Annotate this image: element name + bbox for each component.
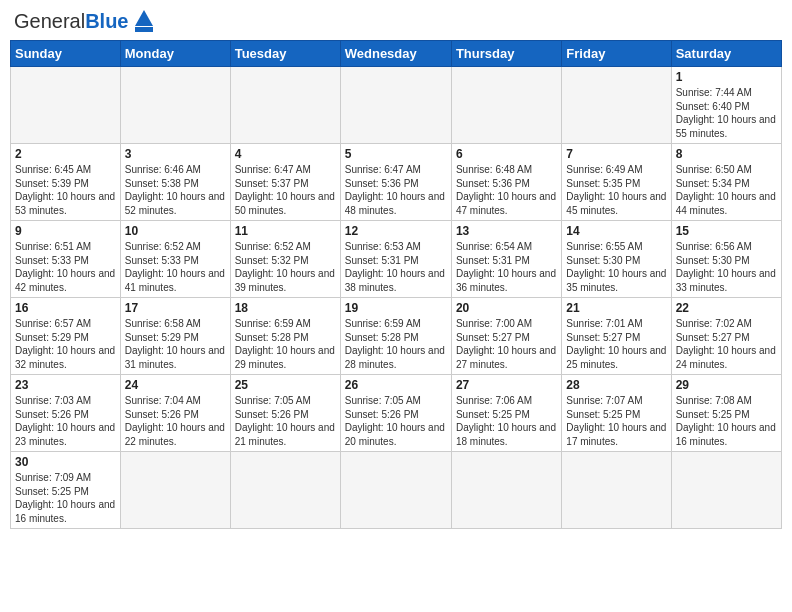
- calendar-day-cell: [11, 67, 121, 144]
- day-info: Sunrise: 7:04 AM Sunset: 5:26 PM Dayligh…: [125, 394, 226, 448]
- day-number: 23: [15, 378, 116, 392]
- calendar-day-cell: 24Sunrise: 7:04 AM Sunset: 5:26 PM Dayli…: [120, 375, 230, 452]
- day-info: Sunrise: 7:06 AM Sunset: 5:25 PM Dayligh…: [456, 394, 557, 448]
- calendar-day-cell: [451, 452, 561, 529]
- day-number: 22: [676, 301, 777, 315]
- day-info: Sunrise: 7:44 AM Sunset: 6:40 PM Dayligh…: [676, 86, 777, 140]
- day-number: 18: [235, 301, 336, 315]
- logo-text: GeneralBlue: [14, 10, 129, 32]
- calendar-day-cell: [120, 452, 230, 529]
- day-number: 15: [676, 224, 777, 238]
- calendar-day-cell: 16Sunrise: 6:57 AM Sunset: 5:29 PM Dayli…: [11, 298, 121, 375]
- day-info: Sunrise: 7:08 AM Sunset: 5:25 PM Dayligh…: [676, 394, 777, 448]
- day-info: Sunrise: 6:49 AM Sunset: 5:35 PM Dayligh…: [566, 163, 666, 217]
- calendar-day-header: Saturday: [671, 41, 781, 67]
- day-number: 12: [345, 224, 447, 238]
- day-info: Sunrise: 6:59 AM Sunset: 5:28 PM Dayligh…: [235, 317, 336, 371]
- calendar-day-cell: [562, 452, 671, 529]
- calendar-day-header: Tuesday: [230, 41, 340, 67]
- calendar-day-cell: 13Sunrise: 6:54 AM Sunset: 5:31 PM Dayli…: [451, 221, 561, 298]
- calendar-day-cell: [230, 67, 340, 144]
- day-number: 27: [456, 378, 557, 392]
- day-number: 13: [456, 224, 557, 238]
- day-number: 10: [125, 224, 226, 238]
- calendar-day-cell: 26Sunrise: 7:05 AM Sunset: 5:26 PM Dayli…: [340, 375, 451, 452]
- calendar-day-cell: 25Sunrise: 7:05 AM Sunset: 5:26 PM Dayli…: [230, 375, 340, 452]
- day-info: Sunrise: 7:03 AM Sunset: 5:26 PM Dayligh…: [15, 394, 116, 448]
- day-info: Sunrise: 6:54 AM Sunset: 5:31 PM Dayligh…: [456, 240, 557, 294]
- day-number: 14: [566, 224, 666, 238]
- calendar-day-cell: 4Sunrise: 6:47 AM Sunset: 5:37 PM Daylig…: [230, 144, 340, 221]
- calendar-day-cell: 5Sunrise: 6:47 AM Sunset: 5:36 PM Daylig…: [340, 144, 451, 221]
- day-info: Sunrise: 7:05 AM Sunset: 5:26 PM Dayligh…: [235, 394, 336, 448]
- day-info: Sunrise: 6:48 AM Sunset: 5:36 PM Dayligh…: [456, 163, 557, 217]
- day-number: 17: [125, 301, 226, 315]
- calendar-day-cell: 1Sunrise: 7:44 AM Sunset: 6:40 PM Daylig…: [671, 67, 781, 144]
- calendar-week-row: 30Sunrise: 7:09 AM Sunset: 5:25 PM Dayli…: [11, 452, 782, 529]
- day-info: Sunrise: 7:01 AM Sunset: 5:27 PM Dayligh…: [566, 317, 666, 371]
- day-number: 16: [15, 301, 116, 315]
- calendar-day-cell: [340, 452, 451, 529]
- day-info: Sunrise: 6:59 AM Sunset: 5:28 PM Dayligh…: [345, 317, 447, 371]
- calendar-day-cell: 3Sunrise: 6:46 AM Sunset: 5:38 PM Daylig…: [120, 144, 230, 221]
- page-header: GeneralBlue: [10, 10, 782, 32]
- calendar-header-row: SundayMondayTuesdayWednesdayThursdayFrid…: [11, 41, 782, 67]
- day-number: 19: [345, 301, 447, 315]
- day-info: Sunrise: 6:55 AM Sunset: 5:30 PM Dayligh…: [566, 240, 666, 294]
- day-number: 4: [235, 147, 336, 161]
- day-number: 21: [566, 301, 666, 315]
- day-info: Sunrise: 6:52 AM Sunset: 5:33 PM Dayligh…: [125, 240, 226, 294]
- calendar-week-row: 9Sunrise: 6:51 AM Sunset: 5:33 PM Daylig…: [11, 221, 782, 298]
- day-number: 26: [345, 378, 447, 392]
- day-number: 1: [676, 70, 777, 84]
- day-number: 2: [15, 147, 116, 161]
- calendar-day-cell: 14Sunrise: 6:55 AM Sunset: 5:30 PM Dayli…: [562, 221, 671, 298]
- calendar-table: SundayMondayTuesdayWednesdayThursdayFrid…: [10, 40, 782, 529]
- calendar-day-cell: [671, 452, 781, 529]
- calendar-day-cell: 23Sunrise: 7:03 AM Sunset: 5:26 PM Dayli…: [11, 375, 121, 452]
- day-number: 3: [125, 147, 226, 161]
- calendar-day-header: Thursday: [451, 41, 561, 67]
- calendar-day-cell: 7Sunrise: 6:49 AM Sunset: 5:35 PM Daylig…: [562, 144, 671, 221]
- calendar-day-cell: 27Sunrise: 7:06 AM Sunset: 5:25 PM Dayli…: [451, 375, 561, 452]
- calendar-day-cell: 15Sunrise: 6:56 AM Sunset: 5:30 PM Dayli…: [671, 221, 781, 298]
- calendar-day-cell: 10Sunrise: 6:52 AM Sunset: 5:33 PM Dayli…: [120, 221, 230, 298]
- day-info: Sunrise: 6:46 AM Sunset: 5:38 PM Dayligh…: [125, 163, 226, 217]
- day-info: Sunrise: 6:47 AM Sunset: 5:37 PM Dayligh…: [235, 163, 336, 217]
- calendar-day-cell: 28Sunrise: 7:07 AM Sunset: 5:25 PM Dayli…: [562, 375, 671, 452]
- day-info: Sunrise: 7:00 AM Sunset: 5:27 PM Dayligh…: [456, 317, 557, 371]
- day-number: 7: [566, 147, 666, 161]
- day-info: Sunrise: 7:07 AM Sunset: 5:25 PM Dayligh…: [566, 394, 666, 448]
- calendar-day-cell: 29Sunrise: 7:08 AM Sunset: 5:25 PM Dayli…: [671, 375, 781, 452]
- day-info: Sunrise: 6:57 AM Sunset: 5:29 PM Dayligh…: [15, 317, 116, 371]
- calendar-day-header: Friday: [562, 41, 671, 67]
- day-info: Sunrise: 6:56 AM Sunset: 5:30 PM Dayligh…: [676, 240, 777, 294]
- day-info: Sunrise: 6:50 AM Sunset: 5:34 PM Dayligh…: [676, 163, 777, 217]
- calendar-week-row: 2Sunrise: 6:45 AM Sunset: 5:39 PM Daylig…: [11, 144, 782, 221]
- day-info: Sunrise: 7:09 AM Sunset: 5:25 PM Dayligh…: [15, 471, 116, 525]
- day-number: 29: [676, 378, 777, 392]
- day-info: Sunrise: 7:05 AM Sunset: 5:26 PM Dayligh…: [345, 394, 447, 448]
- day-info: Sunrise: 6:47 AM Sunset: 5:36 PM Dayligh…: [345, 163, 447, 217]
- calendar-day-cell: 17Sunrise: 6:58 AM Sunset: 5:29 PM Dayli…: [120, 298, 230, 375]
- calendar-day-header: Sunday: [11, 41, 121, 67]
- day-info: Sunrise: 7:02 AM Sunset: 5:27 PM Dayligh…: [676, 317, 777, 371]
- day-info: Sunrise: 6:58 AM Sunset: 5:29 PM Dayligh…: [125, 317, 226, 371]
- calendar-day-cell: 20Sunrise: 7:00 AM Sunset: 5:27 PM Dayli…: [451, 298, 561, 375]
- calendar-day-cell: 19Sunrise: 6:59 AM Sunset: 5:28 PM Dayli…: [340, 298, 451, 375]
- day-number: 6: [456, 147, 557, 161]
- day-number: 28: [566, 378, 666, 392]
- calendar-day-cell: 9Sunrise: 6:51 AM Sunset: 5:33 PM Daylig…: [11, 221, 121, 298]
- calendar-week-row: 16Sunrise: 6:57 AM Sunset: 5:29 PM Dayli…: [11, 298, 782, 375]
- day-info: Sunrise: 6:53 AM Sunset: 5:31 PM Dayligh…: [345, 240, 447, 294]
- calendar-body: 1Sunrise: 7:44 AM Sunset: 6:40 PM Daylig…: [11, 67, 782, 529]
- day-number: 25: [235, 378, 336, 392]
- day-number: 5: [345, 147, 447, 161]
- day-info: Sunrise: 6:51 AM Sunset: 5:33 PM Dayligh…: [15, 240, 116, 294]
- calendar-day-cell: 12Sunrise: 6:53 AM Sunset: 5:31 PM Dayli…: [340, 221, 451, 298]
- calendar-day-cell: 2Sunrise: 6:45 AM Sunset: 5:39 PM Daylig…: [11, 144, 121, 221]
- day-number: 24: [125, 378, 226, 392]
- calendar-day-cell: 22Sunrise: 7:02 AM Sunset: 5:27 PM Dayli…: [671, 298, 781, 375]
- day-number: 11: [235, 224, 336, 238]
- calendar-day-cell: 21Sunrise: 7:01 AM Sunset: 5:27 PM Dayli…: [562, 298, 671, 375]
